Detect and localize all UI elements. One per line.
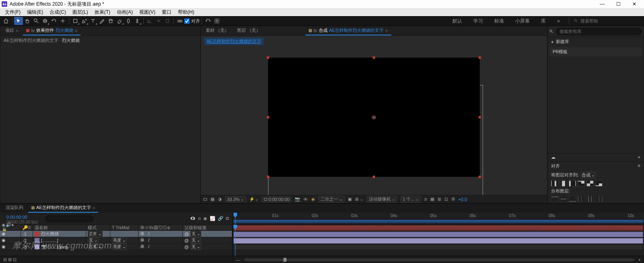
- align-top[interactable]: ▔▀: [578, 180, 585, 186]
- mask-toggle[interactable]: ◑: [218, 197, 222, 202]
- col-switches[interactable]: 单☆\fx圆◎◎⊕: [138, 225, 183, 230]
- minimize-button[interactable]: —: [594, 0, 610, 8]
- exposure-value[interactable]: +0.0: [458, 197, 467, 202]
- workspace-standard[interactable]: 标准: [490, 18, 508, 25]
- align-to-dropdown[interactable]: 合成 ⌄: [580, 172, 596, 178]
- alpha-toggle[interactable]: [203, 197, 207, 201]
- timeline-tracks[interactable]: [233, 225, 644, 256]
- clone-tool[interactable]: [106, 17, 115, 25]
- rectangle-tool[interactable]: [71, 17, 80, 25]
- tab-render-queue[interactable]: 渲染队列: [2, 203, 27, 213]
- menu-file[interactable]: 文件(F): [2, 8, 24, 17]
- hand-tool[interactable]: [23, 17, 32, 25]
- menu-help[interactable]: 帮助(H): [175, 8, 198, 17]
- roi-toggle[interactable]: ▣: [348, 197, 352, 202]
- orbit-tool[interactable]: [41, 17, 50, 25]
- cloud-sync-icon[interactable]: ☁: [551, 155, 555, 160]
- col-parent[interactable]: 父级和链接: [183, 225, 232, 230]
- menu-edit[interactable]: 编辑(E): [24, 8, 46, 17]
- view-axis-tool[interactable]: [163, 17, 172, 25]
- view-layout-dropdown[interactable]: 1 个... ⌄: [400, 196, 421, 203]
- puppet-tool[interactable]: [133, 17, 142, 25]
- menu-layer[interactable]: 图层(L): [69, 8, 91, 17]
- align-bottom[interactable]: ▁▄: [595, 180, 603, 186]
- brainstorm-toggle[interactable]: ⧉: [226, 216, 229, 221]
- pen-tool[interactable]: [80, 17, 89, 25]
- zoom-dropdown[interactable]: 33.3% ⌄: [225, 196, 246, 202]
- timeline-toggle[interactable]: ⊞: [438, 197, 441, 202]
- draft-3d-toggle[interactable]: 🔗: [218, 216, 223, 221]
- selection-tool[interactable]: [14, 17, 23, 25]
- tab-layer[interactable]: 图层 （无）: [234, 26, 264, 35]
- toggle-switches[interactable]: ⊟ ⊞ ⊡: [3, 257, 17, 262]
- resize-handle[interactable]: [267, 116, 269, 118]
- transparency-grid[interactable]: ▦: [211, 197, 215, 202]
- zoom-out-button[interactable]: —: [236, 257, 240, 262]
- maximize-button[interactable]: ☐: [610, 0, 626, 8]
- brush-tool[interactable]: [97, 17, 106, 25]
- snapping-options-tool[interactable]: [204, 17, 213, 25]
- snap-icon[interactable]: [175, 17, 184, 25]
- col-trkmat[interactable]: T TrkMat: [110, 225, 138, 230]
- menu-effect[interactable]: 效果(T): [91, 8, 114, 17]
- reset-exposure[interactable]: ⚙: [451, 197, 455, 202]
- align-hcenter[interactable]: ▐▌: [560, 180, 567, 186]
- menu-window[interactable]: 窗口: [159, 8, 175, 17]
- zoom-slider[interactable]: [244, 259, 634, 261]
- rotation-tool[interactable]: [50, 17, 58, 25]
- frame-blend-toggle[interactable]: ⧈: [198, 216, 201, 221]
- pixel-aspect[interactable]: ⧈: [424, 197, 427, 202]
- align-left[interactable]: ▏▌: [551, 180, 558, 186]
- type-tool[interactable]: [89, 17, 97, 25]
- graph-editor-toggle[interactable]: 📈: [210, 216, 215, 221]
- close-button[interactable]: ✕: [626, 0, 642, 8]
- col-source[interactable]: 源名称: [33, 225, 86, 230]
- align-right[interactable]: ▌▕: [569, 180, 576, 186]
- menu-view[interactable]: 视图(V): [136, 8, 159, 17]
- show-snapshot[interactable]: 👁: [303, 197, 308, 202]
- search-help-input[interactable]: [580, 19, 629, 23]
- tab-project[interactable]: 项目≡: [2, 26, 21, 35]
- menu-icon[interactable]: ≡: [16, 28, 18, 33]
- time-ruler[interactable]: 01s02s03s04s05s06s07s08s09s10s: [233, 213, 644, 225]
- resize-handle[interactable]: [267, 56, 269, 59]
- motion-blur-toggle[interactable]: ◉: [203, 216, 207, 221]
- panel-menu-icon[interactable]: ≡: [638, 163, 640, 169]
- timecode-display[interactable]: 0:00:00:00: [262, 197, 291, 202]
- resize-handle[interactable]: [479, 176, 481, 178]
- playhead[interactable]: [235, 213, 235, 224]
- work-area-bar[interactable]: [233, 220, 643, 223]
- fast-preview-toggle[interactable]: ▦: [430, 197, 434, 202]
- timeline-layer-row[interactable]: ◉ › 1烈火燃烧正常 ⌄单 / @ 无 ⌄: [0, 231, 232, 237]
- new-library-button[interactable]: + 新建库: [548, 37, 644, 46]
- composition-viewer[interactable]: ⊕: [268, 58, 480, 177]
- shy-toggle[interactable]: 👁‍🗨: [190, 216, 196, 221]
- tab-footage[interactable]: 素材 （无）: [202, 26, 232, 35]
- add-button[interactable]: +: [638, 155, 640, 160]
- timeline-layer-row[interactable]: ◉ › 3📷 [......].jpeg正常 ⌄亮度 ⌄单 / @ 无 ⌄: [0, 244, 232, 250]
- col-mode[interactable]: 模式: [86, 225, 110, 230]
- resize-handle[interactable]: [373, 176, 375, 178]
- resize-handle[interactable]: [479, 56, 481, 59]
- tab-timeline-comp[interactable]: AE怎样制作烈火燃烧的文字 ≡: [28, 203, 98, 213]
- roto-tool[interactable]: [124, 17, 133, 25]
- timeline-layer-row[interactable]: ◉ › 2[............]无 ⌄亮度 ⌄单 / @ 无 ⌄: [0, 237, 232, 244]
- world-axis-tool[interactable]: [154, 17, 163, 25]
- zoom-tool[interactable]: [32, 17, 41, 25]
- library-search-input[interactable]: [556, 28, 642, 35]
- workspace-learn[interactable]: 学习: [469, 18, 487, 25]
- workspace-overflow[interactable]: »: [553, 18, 564, 24]
- home-button[interactable]: [2, 17, 10, 25]
- zoom-in-button[interactable]: +: [638, 257, 641, 262]
- tab-effect-controls[interactable]: fx 效果控件 烈火燃烧 ≡: [23, 26, 80, 35]
- resize-handle[interactable]: [479, 116, 481, 118]
- resize-handle[interactable]: [373, 56, 375, 59]
- grid-toggle[interactable]: ⊞ ⌄: [355, 197, 363, 202]
- resolution-dropdown[interactable]: 二分之一 ⌄: [318, 196, 345, 203]
- layer-bar-1[interactable]: [233, 225, 643, 231]
- proportional-grid-tool[interactable]: [213, 17, 221, 25]
- camera-dropdown[interactable]: 活动摄像机 ⌄: [367, 196, 397, 203]
- eraser-tool[interactable]: [115, 17, 124, 25]
- tab-composition[interactable]: fx 合成 AE怎样制作烈火燃烧的文字 ≡: [305, 26, 391, 35]
- snap-toggle[interactable]: 对齐: [184, 18, 200, 24]
